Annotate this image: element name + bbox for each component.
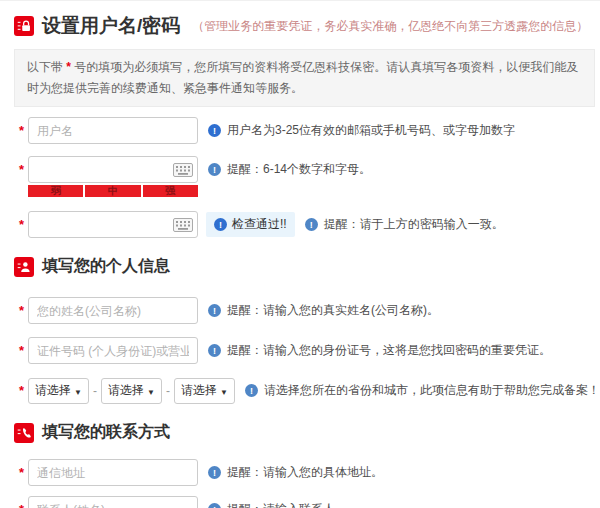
confirm-password-hint: 提醒：请于上方的密码输入一致。 bbox=[305, 216, 504, 233]
info-icon bbox=[208, 344, 221, 357]
password-strength-meter: 弱 中 强 bbox=[28, 185, 198, 197]
contact-person-hint: 提醒：请输入联系人。 bbox=[208, 501, 347, 508]
name-row: * 提醒：请输入您的真实姓名(公司名称)。 bbox=[14, 297, 600, 324]
address-hint: 提醒：请输入您的具体地址。 bbox=[208, 464, 383, 481]
info-icon bbox=[245, 384, 258, 397]
contact-person-input[interactable] bbox=[28, 496, 198, 508]
section-personal-header: 填写您的个人信息 bbox=[14, 256, 600, 277]
info-icon bbox=[305, 218, 318, 231]
section-contact-header: 填写您的联系方式 bbox=[14, 422, 600, 443]
username-hint: 用户名为3-25位有效的邮箱或手机号码、或字母加数字 bbox=[208, 122, 515, 139]
chevron-down-icon bbox=[147, 384, 155, 398]
info-icon bbox=[208, 503, 221, 508]
required-mark: * bbox=[14, 377, 28, 404]
section-personal-title: 填写您的个人信息 bbox=[42, 256, 170, 277]
section-account-subtitle: （管理业务的重要凭证，务必真实准确，亿恩绝不向第三方透露您的信息） bbox=[192, 18, 588, 35]
required-mark: * bbox=[14, 496, 28, 508]
validation-pass-badge: 检查通过!! bbox=[206, 212, 295, 237]
chevron-down-icon bbox=[220, 384, 228, 398]
district-select[interactable]: 请选择 bbox=[174, 378, 235, 404]
required-mark: * bbox=[14, 211, 28, 238]
info-icon bbox=[208, 466, 221, 479]
city-select[interactable]: 请选择 bbox=[101, 378, 162, 404]
region-hint: 请选择您所在的省份和城市，此项信息有助于帮助您完成备案！ bbox=[245, 382, 600, 399]
required-mark: * bbox=[14, 459, 28, 486]
name-hint-text: 提醒：请输入您的真实姓名(公司名称)。 bbox=[227, 302, 439, 319]
lock-icon bbox=[14, 16, 34, 36]
region-separator: - bbox=[93, 384, 97, 398]
info-icon bbox=[214, 218, 227, 231]
chevron-down-icon bbox=[74, 384, 82, 398]
username-hint-text: 用户名为3-25位有效的邮箱或手机号码、或字母加数字 bbox=[227, 122, 515, 139]
section-contact-title: 填写您的联系方式 bbox=[42, 422, 170, 443]
validation-pass-text: 检查通过!! bbox=[232, 216, 287, 233]
id-hint: 提醒：请输入您的身份证号，这将是您找回密码的重要凭证。 bbox=[208, 342, 551, 359]
password-hint: 提醒：6-14个数字和字母。 bbox=[208, 161, 371, 178]
info-icon bbox=[208, 304, 221, 317]
region-hint-text: 请选择您所在的省份和城市，此项信息有助于帮助您完成备案！ bbox=[264, 382, 600, 399]
strength-strong: 强 bbox=[143, 185, 198, 197]
password-hint-text: 提醒：6-14个数字和字母。 bbox=[227, 161, 371, 178]
district-select-value: 请选择 bbox=[181, 382, 217, 399]
required-mark: * bbox=[14, 337, 28, 364]
id-number-input[interactable] bbox=[28, 337, 198, 364]
real-name-input[interactable] bbox=[28, 297, 198, 324]
required-mark: * bbox=[14, 297, 28, 324]
info-icon bbox=[208, 163, 221, 176]
city-select-value: 请选择 bbox=[108, 382, 144, 399]
notice-text-pre: 以下带 bbox=[27, 60, 66, 74]
required-mark: * bbox=[14, 117, 28, 144]
contact-person-hint-text: 提醒：请输入联系人。 bbox=[227, 501, 347, 508]
username-input[interactable] bbox=[28, 117, 198, 144]
strength-weak: 弱 bbox=[28, 185, 83, 197]
section-account-header: 设置用户名/密码 （管理业务的重要凭证，务必真实准确，亿恩绝不向第三方透露您的信… bbox=[14, 13, 600, 39]
address-hint-text: 提醒：请输入您的具体地址。 bbox=[227, 464, 383, 481]
address-row: * 提醒：请输入您的具体地址。 bbox=[14, 459, 600, 486]
notice-box: 以下带 * 号的填项为必须填写，您所填写的资料将受亿恩科技保密。请认真填写各项资… bbox=[14, 49, 595, 107]
password-row: * 提醒：6-14个数字和字母。 bbox=[14, 156, 600, 183]
section-account-title: 设置用户名/密码 bbox=[42, 13, 180, 39]
soft-keyboard-icon[interactable] bbox=[173, 163, 193, 181]
province-select-value: 请选择 bbox=[35, 382, 71, 399]
id-hint-text: 提醒：请输入您的身份证号，这将是您找回密码的重要凭证。 bbox=[227, 342, 551, 359]
region-separator: - bbox=[166, 384, 170, 398]
username-row: * 用户名为3-25位有效的邮箱或手机号码、或字母加数字 bbox=[14, 117, 600, 144]
province-select[interactable]: 请选择 bbox=[28, 378, 89, 404]
registration-form: 设置用户名/密码 （管理业务的重要凭证，务必真实准确，亿恩绝不向第三方透露您的信… bbox=[0, 0, 600, 508]
user-edit-icon bbox=[14, 257, 34, 277]
id-number-row: * 提醒：请输入您的身份证号，这将是您找回密码的重要凭证。 bbox=[14, 337, 600, 364]
phone-icon bbox=[14, 423, 34, 443]
confirm-password-row: * 检查通过!! 提醒：请于上方的密码输入一致。 bbox=[14, 211, 600, 238]
strength-medium: 中 bbox=[85, 185, 140, 197]
required-mark: * bbox=[14, 156, 28, 183]
notice-text-post: 号的填项为必须填写，您所填写的资料将受亿恩科技保密。请认真填写各项资料，以便我们… bbox=[27, 60, 578, 95]
name-hint: 提醒：请输入您的真实姓名(公司名称)。 bbox=[208, 302, 439, 319]
contact-person-row: * 提醒：请输入联系人。 bbox=[14, 496, 600, 508]
address-input[interactable] bbox=[28, 459, 198, 486]
confirm-password-hint-text: 提醒：请于上方的密码输入一致。 bbox=[324, 216, 504, 233]
soft-keyboard-icon[interactable] bbox=[173, 218, 193, 236]
region-row: * 请选择 - 请选择 - 请选择 请选择您所在的省份和城市，此项信息有助于帮助… bbox=[14, 377, 600, 404]
info-icon bbox=[208, 124, 221, 137]
